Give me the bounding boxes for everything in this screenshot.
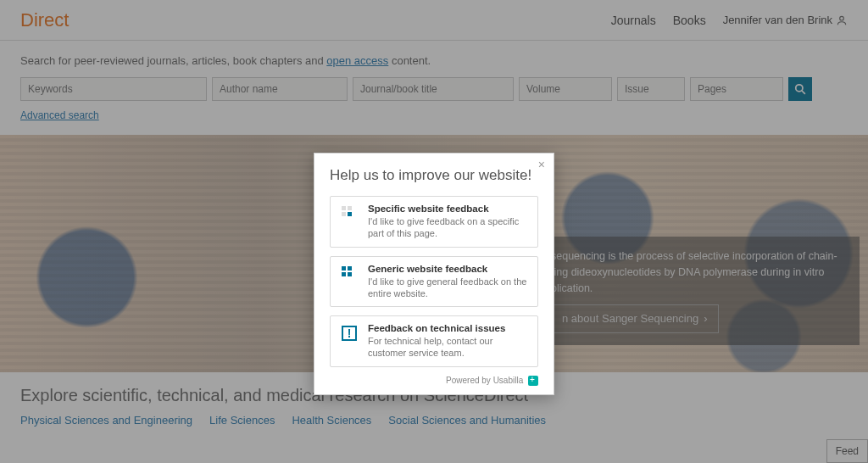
feedback-option-generic[interactable]: Generic website feedback I'd like to giv…: [330, 256, 538, 308]
svg-rect-9: [342, 272, 346, 276]
specific-feedback-icon: [339, 204, 359, 224]
fb-title: Specific website feedback: [368, 204, 529, 214]
close-icon[interactable]: ×: [538, 159, 545, 170]
usabilla-icon: [528, 376, 538, 386]
svg-rect-8: [348, 266, 352, 271]
powered-label: Powered by Usabilla: [446, 376, 523, 385]
fb-desc: I'd like to give general feedback on the…: [368, 276, 529, 300]
feedback-option-specific[interactable]: Specific website feedback I'd like to gi…: [330, 196, 538, 248]
fb-title: Feedback on technical issues: [368, 323, 529, 333]
generic-feedback-icon: [339, 264, 359, 284]
svg-rect-10: [348, 272, 352, 276]
svg-rect-4: [348, 206, 352, 210]
feedback-option-technical[interactable]: ! Feedback on technical issues For techn…: [330, 315, 538, 367]
feedback-modal: × Help us to improve our website! Specif…: [314, 153, 554, 395]
svg-rect-7: [342, 266, 346, 271]
technical-issue-icon: !: [339, 323, 359, 343]
modal-title: Help us to improve our website!: [330, 167, 538, 184]
svg-text:!: !: [348, 326, 352, 340]
fb-title: Generic website feedback: [368, 264, 529, 274]
powered-by: Powered by Usabilla: [330, 376, 538, 386]
fb-desc: I'd like to give feedback on a specific …: [368, 215, 529, 240]
svg-rect-3: [342, 206, 346, 210]
svg-rect-6: [348, 212, 352, 216]
fb-desc: For technical help, contact our customer…: [368, 335, 529, 360]
svg-rect-5: [342, 212, 346, 216]
